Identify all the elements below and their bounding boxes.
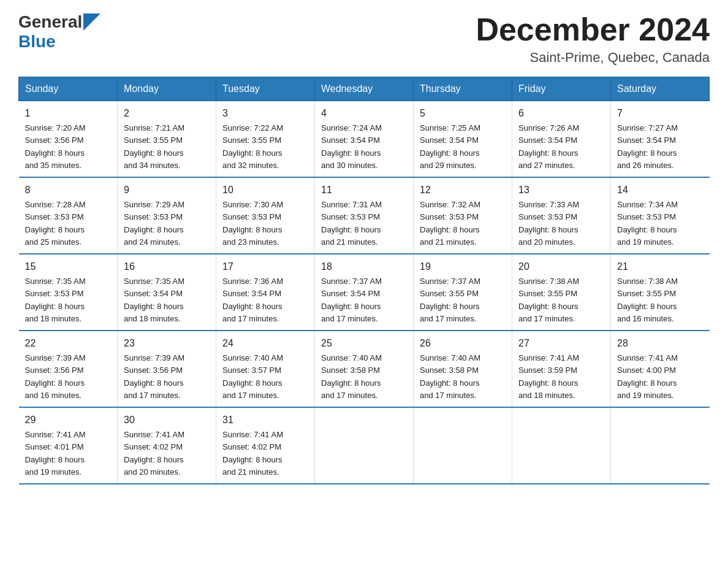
day-number: 31 (222, 413, 308, 427)
day-cell: 5Sunrise: 7:25 AMSunset: 3:54 PMDaylight… (414, 101, 512, 178)
day-info: Sunrise: 7:39 AMSunset: 3:56 PMDaylight:… (124, 353, 184, 400)
day-cell: 15Sunrise: 7:35 AMSunset: 3:53 PMDayligh… (19, 254, 118, 331)
day-number: 18 (321, 259, 407, 274)
day-info: Sunrise: 7:29 AMSunset: 3:53 PMDaylight:… (124, 200, 184, 247)
day-cell: 9Sunrise: 7:29 AMSunset: 3:53 PMDaylight… (118, 177, 216, 254)
day-info: Sunrise: 7:40 AMSunset: 3:58 PMDaylight:… (321, 353, 382, 400)
calendar-table: SundayMondayTuesdayWednesdayThursdayFrid… (18, 77, 710, 484)
logo-general-text: General (18, 12, 82, 32)
day-info: Sunrise: 7:20 AMSunset: 3:56 PMDaylight:… (25, 123, 86, 170)
day-number: 8 (25, 183, 112, 197)
logo-blue-text: Blue (18, 32, 56, 52)
day-info: Sunrise: 7:25 AMSunset: 3:54 PMDaylight:… (420, 123, 480, 170)
day-cell (414, 407, 512, 484)
day-info: Sunrise: 7:30 AMSunset: 3:53 PMDaylight:… (222, 200, 283, 247)
day-cell: 1Sunrise: 7:20 AMSunset: 3:56 PMDaylight… (19, 101, 118, 178)
day-number: 3 (222, 106, 308, 121)
day-cell: 30Sunrise: 7:41 AMSunset: 4:02 PMDayligh… (118, 407, 216, 484)
day-number: 1 (25, 106, 112, 121)
day-cell: 19Sunrise: 7:37 AMSunset: 3:55 PMDayligh… (414, 254, 512, 331)
page-header: General Blue December 2024 Saint-Prime, … (18, 12, 710, 66)
week-row-5: 29Sunrise: 7:41 AMSunset: 4:01 PMDayligh… (19, 407, 710, 484)
day-cell: 22Sunrise: 7:39 AMSunset: 3:56 PMDayligh… (19, 331, 118, 407)
day-cell: 14Sunrise: 7:34 AMSunset: 3:53 PMDayligh… (611, 177, 710, 254)
week-row-3: 15Sunrise: 7:35 AMSunset: 3:53 PMDayligh… (19, 254, 710, 331)
weekday-header-wednesday: Wednesday (315, 77, 414, 101)
day-info: Sunrise: 7:28 AMSunset: 3:53 PMDaylight:… (25, 200, 86, 247)
day-cell (611, 407, 710, 484)
day-info: Sunrise: 7:40 AMSunset: 3:58 PMDaylight:… (420, 353, 480, 400)
day-cell: 8Sunrise: 7:28 AMSunset: 3:53 PMDaylight… (19, 177, 118, 254)
day-cell: 24Sunrise: 7:40 AMSunset: 3:57 PMDayligh… (216, 331, 315, 407)
day-cell (315, 407, 414, 484)
day-number: 24 (222, 336, 308, 351)
day-cell: 10Sunrise: 7:30 AMSunset: 3:53 PMDayligh… (216, 177, 315, 254)
day-number: 15 (25, 259, 112, 274)
day-info: Sunrise: 7:37 AMSunset: 3:55 PMDaylight:… (420, 277, 480, 323)
day-info: Sunrise: 7:22 AMSunset: 3:55 PMDaylight:… (222, 123, 283, 170)
day-info: Sunrise: 7:32 AMSunset: 3:53 PMDaylight:… (420, 200, 480, 247)
week-row-4: 22Sunrise: 7:39 AMSunset: 3:56 PMDayligh… (19, 331, 710, 407)
day-cell: 17Sunrise: 7:36 AMSunset: 3:54 PMDayligh… (216, 254, 315, 331)
weekday-header-sunday: Sunday (19, 77, 118, 101)
day-number: 2 (124, 106, 210, 121)
day-info: Sunrise: 7:33 AMSunset: 3:53 PMDaylight:… (518, 200, 579, 247)
day-number: 25 (321, 336, 407, 351)
day-number: 4 (321, 106, 407, 121)
day-number: 7 (617, 106, 703, 121)
day-cell: 31Sunrise: 7:41 AMSunset: 4:02 PMDayligh… (216, 407, 315, 484)
day-cell: 21Sunrise: 7:38 AMSunset: 3:55 PMDayligh… (611, 254, 710, 331)
day-number: 16 (124, 259, 210, 274)
day-cell: 28Sunrise: 7:41 AMSunset: 4:00 PMDayligh… (611, 331, 710, 407)
day-number: 30 (124, 413, 210, 427)
day-number: 27 (518, 336, 604, 351)
day-info: Sunrise: 7:21 AMSunset: 3:55 PMDaylight:… (124, 123, 184, 170)
day-cell: 12Sunrise: 7:32 AMSunset: 3:53 PMDayligh… (414, 177, 512, 254)
day-info: Sunrise: 7:39 AMSunset: 3:56 PMDaylight:… (25, 353, 86, 400)
day-cell: 7Sunrise: 7:27 AMSunset: 3:54 PMDaylight… (611, 101, 710, 178)
day-number: 21 (617, 259, 703, 274)
day-cell: 16Sunrise: 7:35 AMSunset: 3:54 PMDayligh… (118, 254, 216, 331)
day-number: 26 (420, 336, 506, 351)
day-number: 6 (518, 106, 604, 121)
logo-blue-part (82, 13, 100, 32)
day-number: 19 (420, 259, 506, 274)
logo-triangle-icon (83, 13, 100, 31)
weekday-header-tuesday: Tuesday (216, 77, 315, 101)
location-title: Saint-Prime, Quebec, Canada (476, 50, 710, 66)
day-cell: 2Sunrise: 7:21 AMSunset: 3:55 PMDaylight… (118, 101, 216, 178)
day-number: 17 (222, 259, 308, 274)
day-number: 29 (25, 413, 112, 427)
day-number: 11 (321, 183, 407, 197)
day-info: Sunrise: 7:35 AMSunset: 3:53 PMDaylight:… (25, 277, 86, 323)
day-cell: 23Sunrise: 7:39 AMSunset: 3:56 PMDayligh… (118, 331, 216, 407)
day-info: Sunrise: 7:40 AMSunset: 3:57 PMDaylight:… (222, 353, 283, 400)
day-info: Sunrise: 7:41 AMSunset: 3:59 PMDaylight:… (518, 353, 579, 400)
day-info: Sunrise: 7:38 AMSunset: 3:55 PMDaylight:… (518, 277, 579, 323)
day-info: Sunrise: 7:34 AMSunset: 3:53 PMDaylight:… (617, 200, 678, 247)
day-cell: 26Sunrise: 7:40 AMSunset: 3:58 PMDayligh… (414, 331, 512, 407)
month-title: December 2024 (476, 12, 710, 47)
day-info: Sunrise: 7:31 AMSunset: 3:53 PMDaylight:… (321, 200, 382, 247)
week-row-2: 8Sunrise: 7:28 AMSunset: 3:53 PMDaylight… (19, 177, 710, 254)
day-number: 12 (420, 183, 506, 197)
day-cell: 13Sunrise: 7:33 AMSunset: 3:53 PMDayligh… (512, 177, 611, 254)
weekday-header-saturday: Saturday (611, 77, 710, 101)
day-cell: 20Sunrise: 7:38 AMSunset: 3:55 PMDayligh… (512, 254, 611, 331)
day-number: 14 (617, 183, 703, 197)
day-cell: 29Sunrise: 7:41 AMSunset: 4:01 PMDayligh… (19, 407, 118, 484)
weekday-header-monday: Monday (118, 77, 216, 101)
day-number: 22 (25, 336, 112, 351)
day-info: Sunrise: 7:24 AMSunset: 3:54 PMDaylight:… (321, 123, 382, 170)
day-info: Sunrise: 7:26 AMSunset: 3:54 PMDaylight:… (518, 123, 579, 170)
title-area: December 2024 Saint-Prime, Quebec, Canad… (476, 12, 710, 66)
day-cell: 11Sunrise: 7:31 AMSunset: 3:53 PMDayligh… (315, 177, 414, 254)
day-cell: 25Sunrise: 7:40 AMSunset: 3:58 PMDayligh… (315, 331, 414, 407)
day-info: Sunrise: 7:41 AMSunset: 4:02 PMDaylight:… (222, 430, 283, 477)
day-cell: 18Sunrise: 7:37 AMSunset: 3:54 PMDayligh… (315, 254, 414, 331)
day-cell: 6Sunrise: 7:26 AMSunset: 3:54 PMDaylight… (512, 101, 611, 178)
day-info: Sunrise: 7:41 AMSunset: 4:02 PMDaylight:… (124, 430, 184, 477)
day-info: Sunrise: 7:36 AMSunset: 3:54 PMDaylight:… (222, 277, 283, 323)
day-cell (512, 407, 611, 484)
day-number: 28 (617, 336, 703, 351)
